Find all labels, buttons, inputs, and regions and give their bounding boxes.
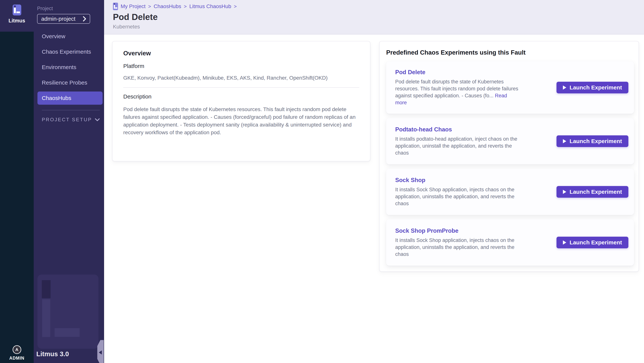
page-title: Pod Delete <box>113 12 644 22</box>
sidebar-item-environments[interactable]: Environments <box>38 61 102 74</box>
experiment-description: It installs podtato-head application, in… <box>395 136 520 156</box>
play-icon <box>563 240 566 245</box>
fault-description: Pod delete fault disrupts the state of K… <box>123 105 359 136</box>
project-setup-toggle[interactable]: PROJECT SETUP <box>42 117 100 123</box>
launch-experiment-button[interactable]: Launch Experiment <box>556 82 628 93</box>
project-label: Project <box>37 6 104 12</box>
page-subtitle: Kubernetes <box>113 24 644 30</box>
rail-spacer <box>0 32 34 345</box>
avatar[interactable]: A <box>12 345 21 354</box>
launch-button-label: Launch Experiment <box>570 239 622 246</box>
litmus-watermark-logo <box>38 274 98 349</box>
launch-experiment-button[interactable]: Launch Experiment <box>556 186 628 198</box>
launch-button-label: Launch Experiment <box>570 84 622 91</box>
breadcrumb-separator: > <box>184 4 187 10</box>
project-setup-label: PROJECT SETUP <box>42 117 92 123</box>
experiment-description: It installs Sock Shop application, injec… <box>395 186 520 207</box>
card-text: Sock Shop It installs Sock Shop applicat… <box>395 177 527 207</box>
experiment-card-sock-shop: Sock Shop It installs Sock Shop applicat… <box>386 169 634 215</box>
experiment-card-sock-shop-promprobe: Sock Shop PromProbe It installs Sock Sho… <box>386 219 634 266</box>
platform-label: Platform <box>123 63 359 69</box>
breadcrumb-chaoshubs[interactable]: ChaosHubs <box>154 4 181 10</box>
sidebar-item-resilience-probes[interactable]: Resilience Probes <box>38 76 102 89</box>
brand-block: Litmus <box>0 0 34 32</box>
launch-button-label: Launch Experiment <box>570 138 622 144</box>
litmus-logo-icon <box>12 5 21 16</box>
card-text: Podtato-head Chaos It installs podtato-h… <box>395 126 527 156</box>
overview-panel: Overview Platform GKE, Konvoy, Packet(Ku… <box>112 41 370 161</box>
project-selector[interactable]: admin-project <box>37 14 90 24</box>
launch-experiment-button[interactable]: Launch Experiment <box>556 135 628 147</box>
breadcrumb-litmus-chaoshub[interactable]: Litmus ChaosHub <box>189 4 231 10</box>
card-text: Sock Shop PromProbe It installs Sock Sho… <box>395 227 527 258</box>
experiment-title-link[interactable]: Sock Shop <box>395 177 527 184</box>
sidebar-item-chaos-experiments[interactable]: Chaos Experiments <box>38 45 102 58</box>
sidebar-nav: Overview Chaos Experiments Environments … <box>34 30 104 105</box>
content: Overview Platform GKE, Konvoy, Packet(Ku… <box>104 35 644 363</box>
platform-value: GKE, Konvoy, Packet(Kubeadm), Minikube, … <box>123 75 359 81</box>
experiment-cards: Pod Delete Pod delete fault disrupts the… <box>386 61 634 266</box>
main-area: My Project > ChaosHubs > Litmus ChaosHub… <box>104 0 644 363</box>
breadcrumb-litmus-icon <box>113 3 118 10</box>
logo-vertical-bar <box>114 5 115 9</box>
experiment-title-link[interactable]: Sock Shop PromProbe <box>395 227 527 234</box>
experiment-title-link[interactable]: Podtato-head Chaos <box>395 126 527 133</box>
experiments-heading: Predefined Chaos Experiments using this … <box>386 49 634 56</box>
sidebar-item-chaoshubs[interactable]: ChaosHubs <box>38 92 102 105</box>
logo-horizontal-bar <box>16 12 20 13</box>
chevron-down-icon <box>95 118 100 121</box>
breadcrumb-my-project[interactable]: My Project <box>121 4 146 10</box>
chevron-left-icon <box>99 350 102 354</box>
play-icon <box>563 139 566 143</box>
experiment-card-pod-delete: Pod Delete Pod delete fault disrupts the… <box>386 61 634 114</box>
sidebar-item-overview[interactable]: Overview <box>38 30 102 43</box>
icon-rail: Litmus A ADMIN <box>0 0 34 363</box>
logo-vertical-bar <box>14 8 16 13</box>
experiments-panel: Predefined Chaos Experiments using this … <box>379 41 639 272</box>
play-icon <box>563 86 566 90</box>
app-window: Litmus A ADMIN Project admin-project Ove… <box>0 0 644 363</box>
overview-divider <box>123 87 359 88</box>
sidebar: Project admin-project Overview Chaos Exp… <box>34 0 104 363</box>
watermark-notch <box>42 280 50 298</box>
breadcrumb-separator: > <box>234 4 237 10</box>
page-header: My Project > ChaosHubs > Litmus ChaosHub… <box>104 0 644 35</box>
logo-horizontal-bar <box>115 7 117 9</box>
project-selector-value: admin-project <box>41 16 76 22</box>
launch-button-label: Launch Experiment <box>570 189 622 195</box>
breadcrumb-separator: > <box>148 4 151 10</box>
experiment-description: It installs Sock Shop application, injec… <box>395 237 520 258</box>
chevron-right-icon <box>82 16 86 22</box>
experiment-card-podtato-head: Podtato-head Chaos It installs podtato-h… <box>386 118 634 164</box>
watermark-vertical-bar <box>42 299 50 337</box>
version-label: Litmus 3.0 <box>36 350 69 358</box>
overview-heading: Overview <box>123 50 359 57</box>
user-block: A ADMIN <box>0 345 34 363</box>
watermark-horizontal-bar <box>54 328 80 337</box>
admin-label: ADMIN <box>9 356 24 361</box>
sidebar-divider <box>42 110 100 110</box>
experiment-title-link[interactable]: Pod Delete <box>395 69 527 76</box>
play-icon <box>563 190 566 194</box>
breadcrumb: My Project > ChaosHubs > Litmus ChaosHub… <box>113 3 644 10</box>
brand-name: Litmus <box>8 18 25 24</box>
card-text: Pod Delete Pod delete fault disrupts the… <box>395 69 527 106</box>
experiment-description: Pod delete fault disrupts the state of K… <box>395 78 520 106</box>
launch-experiment-button[interactable]: Launch Experiment <box>556 237 628 248</box>
project-block: Project admin-project <box>34 0 104 24</box>
description-label: Description <box>123 93 359 100</box>
